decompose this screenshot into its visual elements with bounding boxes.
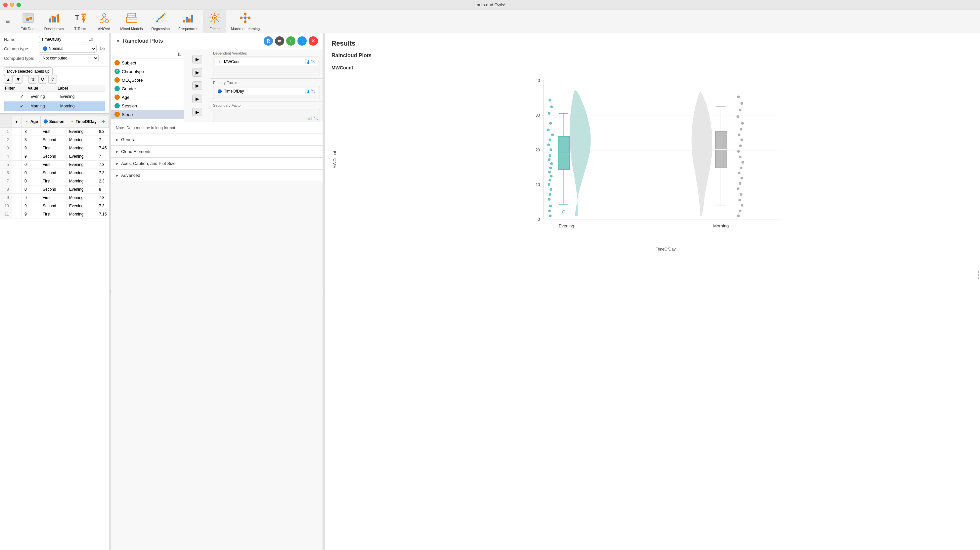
move-down-btn[interactable]: ▼ [14,75,22,84]
svg-point-111 [739,156,741,159]
table-row[interactable]: ✓ Morning Morning [4,101,105,111]
svg-line-20 [104,17,107,19]
name-label: Name: [4,37,37,42]
svg-point-88 [549,193,551,196]
svg-point-49 [244,16,247,19]
results-title: Results [331,40,974,47]
info-button[interactable]: i [298,36,307,46]
computed-type-select[interactable]: Not computed [39,54,99,62]
toolbar-frequencies[interactable]: Frequencies [174,10,202,33]
maximize-button[interactable] [16,3,21,7]
toolbar-descriptives[interactable]: Descriptives [40,10,68,33]
accordion-cloud-header[interactable]: ▶ Cloud Elements [111,146,323,157]
timeofday-col-header[interactable]: 🔸 TimeOfDay [67,116,99,127]
toolbar-ttests[interactable]: T T-Tests [69,10,92,33]
collapse-icon[interactable]: ▼ [116,38,121,44]
value-header: Value [28,86,57,90]
arrow-cov-btn[interactable]: ▶ [192,95,202,103]
value-cell: Evening [28,93,57,100]
svg-point-87 [550,188,552,191]
note-area: Note: Data must be in long format. [111,122,323,133]
arrow-id-btn[interactable]: ▶ [192,108,202,116]
session-col-header[interactable]: 🔵 Session [41,116,67,127]
mixed-models-label: Mixed Models [121,27,143,31]
svg-point-119 [738,199,741,201]
close-button[interactable] [3,3,8,7]
svg-point-76 [549,138,551,141]
add-button[interactable]: + [286,36,296,46]
labels-panel: Move selected labels up ▲ ▼ ⇅ ↺ ⇕ Filter… [0,67,109,113]
sleep-icon: 🔸 [115,112,120,117]
primary-factor-item: 🔵 TimeOfDay 📊 📉 [215,87,318,95]
age-col-header[interactable]: 🔸 Age [22,116,41,127]
dep-chart-icon: 📉 [311,60,316,64]
toolbar-machine-learning[interactable]: Machine Learning [227,10,264,33]
grid-row: 3 9 First Morning 7.45 [0,144,109,152]
svg-text:10: 10 [536,182,540,187]
svg-point-114 [738,171,740,174]
horizontal-splitter[interactable] [0,113,109,116]
toolbar-edit-data[interactable]: Edit Data [16,10,40,33]
titlebar: Larks and Owls* [0,0,980,10]
name-input[interactable] [39,36,85,43]
var-item-sleep[interactable]: 🔸 Sleep [111,110,184,119]
toolbar-factor[interactable]: Factor [203,10,226,33]
refresh-btn[interactable]: ↺ [38,75,47,84]
grid-row: 6 0 Second Morning 7.3 [0,169,109,177]
svg-point-109 [739,144,742,147]
advanced-arrow: ▶ [116,174,118,177]
arrow-prim-btn[interactable]: ▶ [192,68,202,77]
svg-line-19 [102,17,104,19]
dep-var-zone[interactable]: 🔸 MWCount 📊 📉 [213,57,320,76]
svg-point-116 [739,182,741,185]
svg-rect-6 [49,19,51,22]
dep-var-item: 🔸 MWCount 📊 📉 [215,58,318,65]
svg-point-75 [551,133,554,136]
age-col-label: Age [30,119,38,124]
grid-row: 8 0 Second Evening 8 [0,185,109,194]
var-label-age: Age [122,95,129,100]
toolbar-regression[interactable]: Regression [147,10,174,33]
table-row[interactable]: ✓ Evening Evening [4,92,105,101]
sort-btn[interactable]: ⇅ [29,75,37,84]
more-btn[interactable]: ⇕ [48,75,57,84]
menu-icon[interactable]: ≡ [3,15,13,28]
move-up-btn[interactable]: ▲ [4,75,13,84]
ttests-icon: T [75,12,86,26]
primary-factor-zone[interactable]: 🔵 TimeOfDay 📊 📉 [213,86,320,99]
var-item-subject[interactable]: 🔸 Subject [111,59,184,67]
close-panel-button[interactable]: ✕ [309,36,318,46]
general-arrow: ▶ [116,138,118,141]
svg-rect-31 [183,20,185,22]
raincloud-chart: 40 30 20 10 0 [338,74,974,232]
left-panel: Name: Lo Column type: 🔵 Nominal De Compu… [0,33,109,550]
column-type-select[interactable]: 🔵 Nominal [39,44,97,52]
accordion-advanced-header[interactable]: ▶ Advanced [111,170,323,181]
var-item-age[interactable]: 🔸 Age [111,93,184,101]
secondary-factor-section: Secondary Factor 📊 📉 [210,101,323,124]
var-item-gender[interactable]: Gender [111,84,184,93]
secondary-factor-label: Secondary Factor [213,103,320,108]
add-col-btn[interactable]: + [99,116,109,127]
svg-point-70 [549,99,551,101]
arrow-sec-btn[interactable]: ▶ [192,81,202,90]
minimize-button[interactable] [10,3,14,7]
axes-label: Axes, Caption, and Plot Size [121,161,176,166]
toolbar-mixed-models[interactable]: Mixed Models [116,10,147,33]
accordion-general-header[interactable]: ▶ General [111,134,323,146]
cloud-label: Cloud Elements [121,149,151,154]
chart-inner: 40 30 20 10 0 [338,74,974,246]
r-button[interactable]: R [264,36,273,46]
toolbar-anova[interactable]: ANOVA [93,10,116,33]
accordion-axes-header[interactable]: ▶ Axes, Caption, and Plot Size [111,158,323,169]
mixed-models-icon [126,12,138,26]
note-text: Note: Data must be in long format. [116,125,177,130]
var-item-meqscore[interactable]: 🔸 MEQScore [111,76,184,84]
svg-line-42 [217,21,219,22]
edit-button[interactable]: ✏ [275,36,284,46]
secondary-factor-zone[interactable]: 📊 📉 [213,109,320,122]
sort-variables-btn[interactable]: ⇅ [177,52,181,57]
arrow-dep-btn[interactable]: ▶ [192,55,202,63]
var-item-session[interactable]: Session [111,101,184,110]
var-item-chronotype[interactable]: C Chronotype [111,67,184,76]
